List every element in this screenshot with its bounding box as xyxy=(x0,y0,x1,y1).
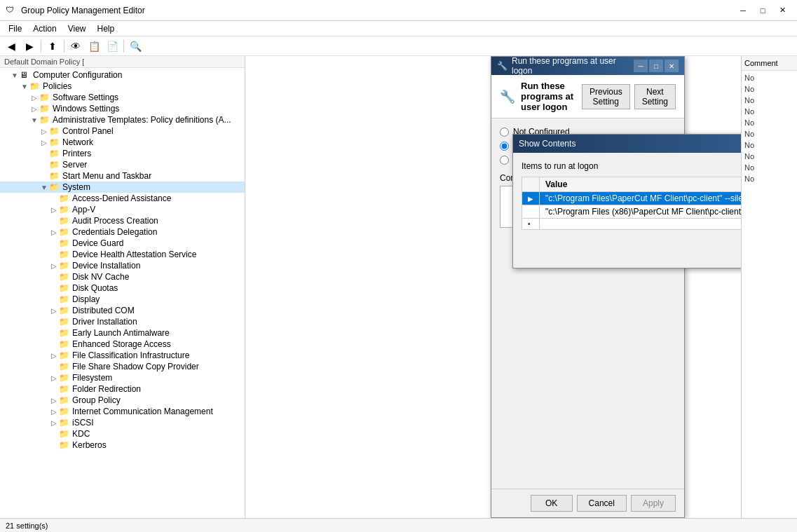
display-icon: 📁 xyxy=(59,294,70,304)
status-text: 21 setting(s) xyxy=(6,521,48,530)
comment-header: Comment xyxy=(742,56,797,71)
tree-item-app-v[interactable]: ▷ 📁 App-V xyxy=(0,204,245,215)
tree-item-display[interactable]: 📁 Display xyxy=(0,294,245,305)
device-guard-icon: 📁 xyxy=(59,238,70,248)
menu-action[interactable]: Action xyxy=(27,22,62,35)
tree-item-control-panel[interactable]: ▷ 📁 Control Panel xyxy=(0,125,245,137)
tree-item-credentials[interactable]: ▷ 📁 Credentials Delegation xyxy=(0,226,245,238)
forward-button[interactable]: ▶ xyxy=(21,39,38,54)
tree-item-start-menu[interactable]: 📁 Start Menu and Taskbar xyxy=(0,170,245,182)
sc-value-1[interactable]: "c:\Program Files\PaperCut MF Client\pc-… xyxy=(540,192,742,205)
tree-label-disk-quotas: Disk Quotas xyxy=(72,283,118,293)
close-button[interactable]: ✕ xyxy=(773,3,791,18)
expand-icon: ▼ xyxy=(10,71,20,79)
tree-item-early-launch[interactable]: 📁 Early Launch Antimalware xyxy=(0,327,245,339)
up-button[interactable]: ⬆ xyxy=(44,39,61,54)
tree-item-kerberos[interactable]: 📁 Kerberos xyxy=(0,439,245,451)
tree-item-enhanced[interactable]: 📁 Enhanced Storage Access xyxy=(0,339,245,350)
show-hide-btn[interactable]: 👁 xyxy=(67,39,84,54)
policy-dialog-maximize[interactable]: □ xyxy=(649,60,663,72)
tree-item-driver[interactable]: 📁 Driver Installation xyxy=(0,316,245,327)
cancel-button[interactable]: Cancel xyxy=(577,495,627,512)
tree-item-file-share[interactable]: 📁 File Share Shadow Copy Provider xyxy=(0,361,245,372)
tree-item-iscsi[interactable]: ▷ 📁 iSCSI xyxy=(0,417,245,428)
sc-value-2[interactable]: "c:\Program Files (x86)\PaperCut MF Clie… xyxy=(540,205,742,219)
properties-btn[interactable]: 📋 xyxy=(86,39,102,54)
left-panel: Default Domain Policy [ ▼ 🖥 Computer Con… xyxy=(0,56,245,518)
device-install-icon: 📁 xyxy=(59,261,70,271)
minimize-button[interactable]: ─ xyxy=(734,3,752,18)
enhanced-icon: 📁 xyxy=(59,339,70,349)
tree-item-software[interactable]: ▷ 📁 Software Settings xyxy=(0,92,245,103)
tree-item-folder-redir[interactable]: 📁 Folder Redirection xyxy=(0,383,245,395)
tree-label-start-menu: Start Menu and Taskbar xyxy=(62,171,151,181)
tree-item-dcom[interactable]: ▷ 📁 Distributed COM xyxy=(0,305,245,316)
radio-input-not-configured[interactable] xyxy=(500,128,509,137)
toolbar-separator-2 xyxy=(64,40,64,53)
previous-setting-button[interactable]: Previous Setting xyxy=(582,84,630,109)
back-button[interactable]: ◀ xyxy=(3,39,20,54)
sc-footer: OK Cancel xyxy=(522,237,741,259)
inet-icon: 📁 xyxy=(59,407,70,416)
expand-icon xyxy=(49,442,59,449)
tree-label-network: Network xyxy=(62,137,93,147)
tree-item-printers[interactable]: 📁 Printers xyxy=(0,148,245,159)
filter-btn[interactable]: 🔍 xyxy=(127,39,144,54)
maximize-button[interactable]: □ xyxy=(754,3,772,18)
software-icon: 📁 xyxy=(39,93,50,102)
tree-item-computer[interactable]: ▼ 🖥 Computer Configuration xyxy=(0,69,245,81)
tree-label-kdc: KDC xyxy=(72,429,90,439)
expand-icon: ▷ xyxy=(49,352,59,360)
tree-label-early-launch: Early Launch Antimalware xyxy=(72,328,170,338)
sc-row-3[interactable]: • xyxy=(522,219,742,230)
tree-item-network[interactable]: ▷ 📁 Network xyxy=(0,137,245,148)
tree-item-device-health[interactable]: 📁 Device Health Attestation Service xyxy=(0,249,245,260)
sc-title-bar: Show Contents ─ □ ✕ xyxy=(513,135,741,153)
ok-button[interactable]: OK xyxy=(531,495,573,512)
tree-item-access-denied[interactable]: 📁 Access-Denied Assistance xyxy=(0,193,245,204)
window-controls: ─ □ ✕ xyxy=(734,3,791,18)
tree-item-disk-nv[interactable]: 📁 Disk NV Cache xyxy=(0,271,245,282)
tree-label-control-panel: Control Panel xyxy=(62,126,114,136)
apply-button[interactable]: Apply xyxy=(631,495,676,512)
tree-item-file-class[interactable]: ▷ 📁 File Classification Infrastructure xyxy=(0,350,245,361)
comment-items: No No No No No No No No No No xyxy=(742,71,797,186)
tree-label-windows: Windows Settings xyxy=(53,104,119,114)
tree-item-device-install[interactable]: ▷ 📁 Device Installation xyxy=(0,260,245,271)
expand-icon: ▷ xyxy=(49,262,59,270)
tree-item-kdc[interactable]: 📁 KDC xyxy=(0,428,245,439)
tree-item-audit[interactable]: 📁 Audit Process Creation xyxy=(0,215,245,226)
sc-row-1[interactable]: ▶ "c:\Program Files\PaperCut MF Client\p… xyxy=(522,192,742,205)
access-denied-icon: 📁 xyxy=(59,193,70,203)
tree-item-policies[interactable]: ▼ 📁 Policies xyxy=(0,81,245,92)
sc-value-3[interactable] xyxy=(540,219,742,230)
tree-item-group-policy[interactable]: ▷ 📁 Group Policy xyxy=(0,395,245,406)
menu-help[interactable]: Help xyxy=(92,22,121,35)
sc-row-2[interactable]: "c:\Program Files (x86)\PaperCut MF Clie… xyxy=(522,205,742,219)
tree-item-disk-quotas[interactable]: 📁 Disk Quotas xyxy=(0,282,245,294)
tree-item-admin-templates[interactable]: ▼ 📁 Administrative Templates: Policy def… xyxy=(0,114,245,125)
expand-icon: ▷ xyxy=(49,397,59,404)
policy-dialog-close[interactable]: ✕ xyxy=(665,60,679,72)
tree-item-windows[interactable]: ▷ 📁 Windows Settings xyxy=(0,103,245,114)
expand-icon xyxy=(39,150,49,158)
tree-item-inet-comms[interactable]: ▷ 📁 Internet Communication Management xyxy=(0,406,245,417)
tree-label-filesystem: Filesystem xyxy=(72,373,112,383)
new-window-btn[interactable]: 📄 xyxy=(104,39,121,54)
expand-icon xyxy=(49,251,59,259)
menu-view[interactable]: View xyxy=(62,22,92,35)
policy-title: Run these programs at user logon xyxy=(521,81,576,112)
expand-icon xyxy=(49,386,59,393)
kerberos-icon: 📁 xyxy=(59,440,70,450)
policy-dialog-minimize[interactable]: ─ xyxy=(634,60,648,72)
radio-input-disabled[interactable] xyxy=(500,156,509,165)
next-setting-button[interactable]: Next Setting xyxy=(634,84,676,109)
tree-item-system[interactable]: ▼ 📁 System xyxy=(0,182,245,193)
tree-item-server[interactable]: 📁 Server xyxy=(0,159,245,170)
computer-icon: 🖥 xyxy=(20,70,31,80)
menu-file[interactable]: File xyxy=(3,22,27,35)
radio-input-enabled[interactable] xyxy=(500,142,509,151)
tree-item-filesystem[interactable]: ▷ 📁 Filesystem xyxy=(0,372,245,383)
expand-icon: ▷ xyxy=(39,139,49,146)
tree-item-device-guard[interactable]: 📁 Device Guard xyxy=(0,238,245,249)
